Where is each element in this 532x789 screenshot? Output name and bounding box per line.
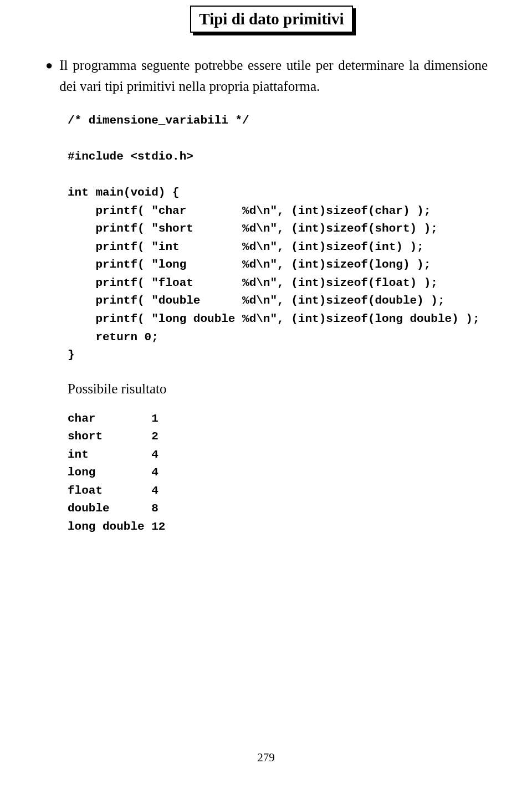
bullet-paragraph: ● Il programma seguente potrebbe essere …	[55, 55, 488, 96]
page-content: Tipi di dato primitivi ● Il programma se…	[0, 0, 532, 536]
bullet-text: Il programma seguente potrebbe essere ut…	[59, 55, 488, 96]
code-block: /* dimensione_variabili */ #include <std…	[68, 112, 488, 365]
title-container: Tipi di dato primitivi	[55, 6, 488, 33]
title-shadow-wrap: Tipi di dato primitivi	[190, 6, 352, 33]
result-heading: Possibile risultato	[68, 381, 488, 397]
result-output: char 1 short 2 int 4 long 4 float 4 doub…	[68, 410, 488, 536]
page-number: 279	[0, 751, 532, 765]
bullet-icon: ●	[45, 55, 53, 75]
page-title: Tipi di dato primitivi	[190, 6, 352, 33]
